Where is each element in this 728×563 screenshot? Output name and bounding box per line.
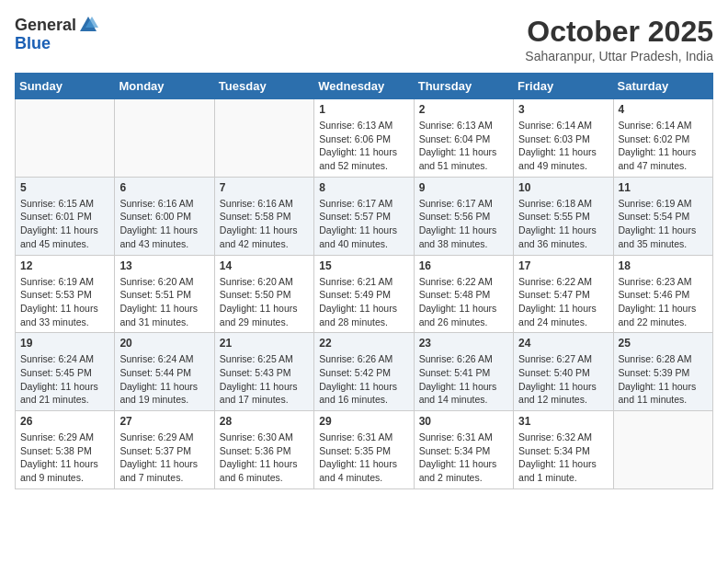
calendar-cell: 23Sunrise: 6:26 AMSunset: 5:41 PMDayligh… bbox=[414, 333, 513, 411]
day-info: Sunrise: 6:32 AMSunset: 5:34 PMDaylight:… bbox=[518, 431, 608, 485]
calendar-cell: 24Sunrise: 6:27 AMSunset: 5:40 PMDayligh… bbox=[514, 333, 613, 411]
day-number: 9 bbox=[419, 181, 508, 194]
day-number: 29 bbox=[319, 415, 408, 428]
calendar-cell: 26Sunrise: 6:29 AMSunset: 5:38 PMDayligh… bbox=[16, 411, 115, 489]
calendar-cell: 8Sunrise: 6:17 AMSunset: 5:57 PMDaylight… bbox=[314, 177, 414, 255]
calendar-cell: 3Sunrise: 6:14 AMSunset: 6:03 PMDaylight… bbox=[514, 99, 613, 178]
day-number: 14 bbox=[220, 259, 309, 272]
day-info: Sunrise: 6:27 AMSunset: 5:40 PMDaylight:… bbox=[518, 352, 608, 407]
day-number: 31 bbox=[518, 415, 608, 428]
day-info: Sunrise: 6:14 AMSunset: 6:03 PMDaylight:… bbox=[518, 119, 608, 173]
day-info: Sunrise: 6:19 AMSunset: 5:54 PMDaylight:… bbox=[619, 197, 708, 251]
calendar-cell: 4Sunrise: 6:14 AMSunset: 6:02 PMDaylight… bbox=[613, 99, 712, 178]
calendar-cell: 15Sunrise: 6:21 AMSunset: 5:49 PMDayligh… bbox=[314, 255, 414, 333]
weekday-header-tuesday: Tuesday bbox=[214, 74, 313, 99]
day-info: Sunrise: 6:26 AMSunset: 5:41 PMDaylight:… bbox=[419, 352, 508, 407]
page-header: General Blue October 2025 Saharanpur, Ut… bbox=[15, 15, 713, 63]
logo-text-blue: Blue bbox=[15, 34, 51, 52]
day-number: 1 bbox=[319, 103, 408, 116]
day-info: Sunrise: 6:13 AMSunset: 6:06 PMDaylight:… bbox=[319, 119, 408, 173]
day-info: Sunrise: 6:16 AMSunset: 6:00 PMDaylight:… bbox=[119, 197, 209, 251]
day-info: Sunrise: 6:31 AMSunset: 5:34 PMDaylight:… bbox=[419, 431, 508, 485]
calendar-cell: 21Sunrise: 6:25 AMSunset: 5:43 PMDayligh… bbox=[214, 333, 313, 411]
day-info: Sunrise: 6:16 AMSunset: 5:58 PMDaylight:… bbox=[220, 197, 309, 251]
day-info: Sunrise: 6:20 AMSunset: 5:50 PMDaylight:… bbox=[220, 275, 309, 329]
day-info: Sunrise: 6:29 AMSunset: 5:38 PMDaylight:… bbox=[20, 431, 109, 485]
calendar-week-row: 5Sunrise: 6:15 AMSunset: 6:01 PMDaylight… bbox=[16, 177, 713, 255]
day-info: Sunrise: 6:13 AMSunset: 6:04 PMDaylight:… bbox=[419, 119, 508, 173]
calendar-cell: 20Sunrise: 6:24 AMSunset: 5:44 PMDayligh… bbox=[115, 333, 214, 411]
day-info: Sunrise: 6:21 AMSunset: 5:49 PMDaylight:… bbox=[319, 275, 408, 329]
month-title: October 2025 bbox=[525, 15, 713, 49]
calendar-cell: 11Sunrise: 6:19 AMSunset: 5:54 PMDayligh… bbox=[613, 177, 712, 255]
location-subtitle: Saharanpur, Uttar Pradesh, India bbox=[525, 49, 713, 63]
weekday-header-wednesday: Wednesday bbox=[314, 74, 414, 99]
day-number: 11 bbox=[619, 181, 708, 194]
day-number: 28 bbox=[220, 415, 309, 428]
day-number: 25 bbox=[619, 337, 708, 350]
calendar-cell: 28Sunrise: 6:30 AMSunset: 5:36 PMDayligh… bbox=[214, 411, 313, 489]
calendar-cell bbox=[16, 99, 115, 178]
weekday-header-row: SundayMondayTuesdayWednesdayThursdayFrid… bbox=[16, 74, 713, 99]
calendar-cell: 12Sunrise: 6:19 AMSunset: 5:53 PMDayligh… bbox=[16, 255, 115, 333]
day-info: Sunrise: 6:29 AMSunset: 5:37 PMDaylight:… bbox=[119, 431, 209, 485]
calendar-week-row: 26Sunrise: 6:29 AMSunset: 5:38 PMDayligh… bbox=[16, 411, 713, 489]
day-number: 4 bbox=[619, 103, 708, 116]
logo-text-general: General bbox=[15, 17, 76, 33]
weekday-header-saturday: Saturday bbox=[613, 74, 712, 99]
calendar-cell: 2Sunrise: 6:13 AMSunset: 6:04 PMDaylight… bbox=[414, 99, 513, 178]
calendar-cell: 25Sunrise: 6:28 AMSunset: 5:39 PMDayligh… bbox=[613, 333, 712, 411]
calendar-cell: 13Sunrise: 6:20 AMSunset: 5:51 PMDayligh… bbox=[115, 255, 214, 333]
calendar-week-row: 19Sunrise: 6:24 AMSunset: 5:45 PMDayligh… bbox=[16, 333, 713, 411]
day-info: Sunrise: 6:31 AMSunset: 5:35 PMDaylight:… bbox=[319, 431, 408, 485]
day-number: 13 bbox=[119, 259, 209, 272]
day-number: 22 bbox=[319, 337, 408, 350]
logo-icon bbox=[78, 15, 98, 35]
day-number: 2 bbox=[419, 103, 508, 116]
weekday-header-friday: Friday bbox=[514, 74, 613, 99]
day-number: 3 bbox=[518, 103, 608, 116]
day-number: 6 bbox=[119, 181, 209, 194]
weekday-header-thursday: Thursday bbox=[414, 74, 513, 99]
day-number: 17 bbox=[518, 259, 608, 272]
day-info: Sunrise: 6:15 AMSunset: 6:01 PMDaylight:… bbox=[20, 197, 109, 251]
title-section: October 2025 Saharanpur, Uttar Pradesh, … bbox=[525, 15, 713, 63]
calendar-cell: 6Sunrise: 6:16 AMSunset: 6:00 PMDaylight… bbox=[115, 177, 214, 255]
calendar-cell bbox=[613, 411, 712, 489]
day-number: 7 bbox=[220, 181, 309, 194]
calendar-table: SundayMondayTuesdayWednesdayThursdayFrid… bbox=[15, 73, 713, 489]
calendar-week-row: 1Sunrise: 6:13 AMSunset: 6:06 PMDaylight… bbox=[16, 99, 713, 178]
day-number: 18 bbox=[619, 259, 708, 272]
day-number: 16 bbox=[419, 259, 508, 272]
day-info: Sunrise: 6:22 AMSunset: 5:47 PMDaylight:… bbox=[518, 275, 608, 329]
calendar-cell: 17Sunrise: 6:22 AMSunset: 5:47 PMDayligh… bbox=[514, 255, 613, 333]
day-number: 20 bbox=[119, 337, 209, 350]
day-number: 8 bbox=[319, 181, 408, 194]
day-info: Sunrise: 6:26 AMSunset: 5:42 PMDaylight:… bbox=[319, 352, 408, 407]
calendar-cell: 5Sunrise: 6:15 AMSunset: 6:01 PMDaylight… bbox=[16, 177, 115, 255]
day-number: 12 bbox=[20, 259, 109, 272]
day-info: Sunrise: 6:19 AMSunset: 5:53 PMDaylight:… bbox=[20, 275, 109, 329]
calendar-cell: 18Sunrise: 6:23 AMSunset: 5:46 PMDayligh… bbox=[613, 255, 712, 333]
day-number: 26 bbox=[20, 415, 109, 428]
day-info: Sunrise: 6:28 AMSunset: 5:39 PMDaylight:… bbox=[619, 352, 708, 407]
weekday-header-sunday: Sunday bbox=[16, 74, 115, 99]
calendar-cell: 22Sunrise: 6:26 AMSunset: 5:42 PMDayligh… bbox=[314, 333, 414, 411]
calendar-cell: 1Sunrise: 6:13 AMSunset: 6:06 PMDaylight… bbox=[314, 99, 414, 178]
day-info: Sunrise: 6:24 AMSunset: 5:44 PMDaylight:… bbox=[119, 352, 209, 407]
calendar-cell: 10Sunrise: 6:18 AMSunset: 5:55 PMDayligh… bbox=[514, 177, 613, 255]
day-info: Sunrise: 6:17 AMSunset: 5:56 PMDaylight:… bbox=[419, 197, 508, 251]
day-info: Sunrise: 6:24 AMSunset: 5:45 PMDaylight:… bbox=[20, 352, 109, 407]
day-info: Sunrise: 6:30 AMSunset: 5:36 PMDaylight:… bbox=[220, 431, 309, 485]
day-number: 5 bbox=[20, 181, 109, 194]
weekday-header-monday: Monday bbox=[115, 74, 214, 99]
logo: General Blue bbox=[15, 15, 98, 52]
day-number: 30 bbox=[419, 415, 508, 428]
calendar-cell: 14Sunrise: 6:20 AMSunset: 5:50 PMDayligh… bbox=[214, 255, 313, 333]
day-info: Sunrise: 6:18 AMSunset: 5:55 PMDaylight:… bbox=[518, 197, 608, 251]
calendar-cell: 7Sunrise: 6:16 AMSunset: 5:58 PMDaylight… bbox=[214, 177, 313, 255]
day-number: 23 bbox=[419, 337, 508, 350]
calendar-cell bbox=[214, 99, 313, 178]
calendar-cell: 9Sunrise: 6:17 AMSunset: 5:56 PMDaylight… bbox=[414, 177, 513, 255]
day-number: 27 bbox=[119, 415, 209, 428]
